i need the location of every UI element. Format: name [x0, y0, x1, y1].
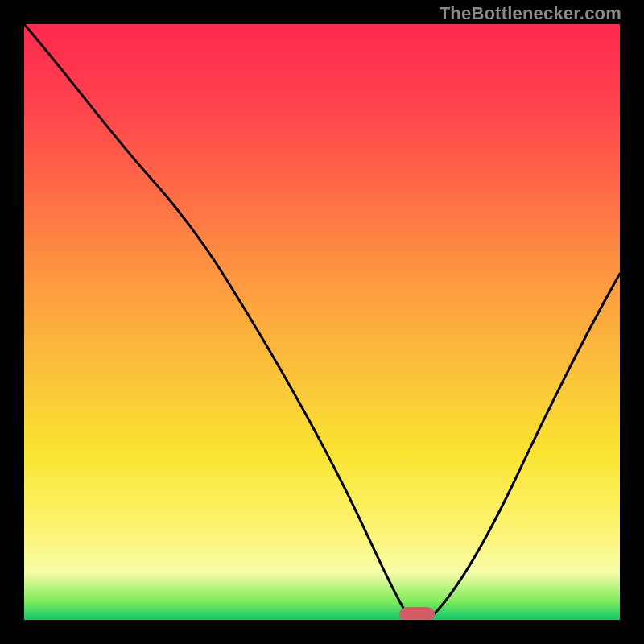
optimal-marker	[399, 607, 435, 620]
chart-frame: TheBottlenecker.com	[0, 0, 644, 644]
plot-area	[24, 24, 620, 620]
bottleneck-curve	[24, 24, 620, 620]
watermark-text: TheBottlenecker.com	[440, 3, 621, 24]
curve-path	[24, 24, 620, 613]
